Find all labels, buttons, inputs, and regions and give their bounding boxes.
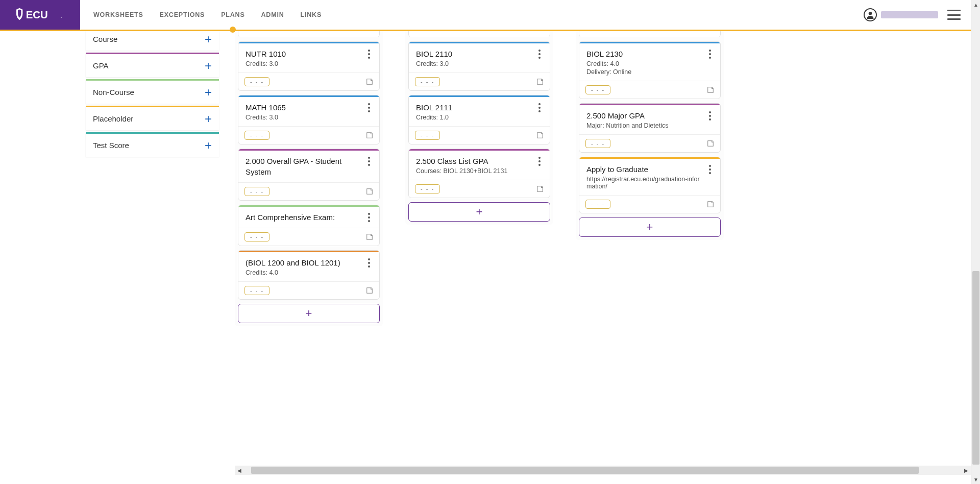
course-card[interactable]: BIOL 2110 Credits: 3.0 - - - xyxy=(408,41,550,91)
card-title: BIOL 2110 xyxy=(416,49,529,59)
nav-plans[interactable]: PLANS xyxy=(213,0,253,30)
status-pill[interactable]: - - - xyxy=(415,131,440,140)
card-subtitle: Credits: 1.0 xyxy=(416,114,529,121)
status-pill[interactable]: - - - xyxy=(585,200,610,209)
gpa-card[interactable]: 2.000 Overall GPA - Student System - - - xyxy=(238,149,380,201)
scroll-right-icon[interactable]: ▶ xyxy=(962,466,971,475)
card-subtitle: Major: Nutrition and Dietetics xyxy=(586,122,700,129)
note-icon[interactable] xyxy=(366,78,373,85)
hamburger-menu-icon[interactable] xyxy=(947,10,961,20)
card-title: Art Comprehensive Exam: xyxy=(246,212,359,223)
placeholder-card[interactable]: Apply to Graduate https://registrar.ecu.… xyxy=(579,157,721,213)
add-requirement-button[interactable]: + xyxy=(408,202,550,222)
note-icon[interactable] xyxy=(707,201,714,208)
note-icon[interactable] xyxy=(366,132,373,139)
card-title: MATH 1065 xyxy=(246,102,359,113)
sidebar-item-placeholder[interactable]: Placeholder + xyxy=(86,106,219,130)
term-column: BIOL 2110 Credits: 3.0 - - - BIOL 2111 xyxy=(405,31,553,326)
status-pill[interactable]: - - - xyxy=(415,77,440,86)
card-subtitle: Delivery: Online xyxy=(586,68,700,76)
nav-links[interactable]: LINKS xyxy=(292,0,330,30)
note-icon[interactable] xyxy=(536,78,544,85)
card-subtitle: https://registrar.ecu.edu/graduation-inf… xyxy=(586,176,700,190)
card-subtitle: Credits: 4.0 xyxy=(246,269,359,276)
course-card[interactable]: NUTR 1010 Credits: 3.0 - - - xyxy=(238,41,380,91)
vertical-scrollbar[interactable]: ▲ ▼ xyxy=(971,0,980,484)
term-column: BIOL 2130 Credits: 4.0 Delivery: Online … xyxy=(576,31,724,326)
card-title: 2.500 Major GPA xyxy=(586,110,700,121)
note-icon[interactable] xyxy=(366,188,373,195)
sidebar-label: Non-Course xyxy=(93,88,134,96)
nav-admin[interactable]: ADMIN xyxy=(253,0,292,30)
plus-icon: + xyxy=(205,112,212,126)
sidebar-item-gpa[interactable]: GPA + xyxy=(86,53,219,77)
note-icon[interactable] xyxy=(366,233,373,240)
status-pill[interactable]: - - - xyxy=(585,85,610,94)
card-title: 2.500 Class List GPA xyxy=(416,156,529,166)
sidebar-item-noncourse[interactable]: Non-Course + xyxy=(86,79,219,104)
sidebar-item-testscore[interactable]: Test Score + xyxy=(86,132,219,157)
svg-point-2 xyxy=(869,12,872,15)
sidebar-item-course[interactable]: Course + xyxy=(86,31,219,51)
note-icon[interactable] xyxy=(536,185,544,192)
card-cutoff xyxy=(238,31,380,37)
status-pill[interactable]: - - - xyxy=(244,131,270,140)
status-pill[interactable]: - - - xyxy=(244,187,270,196)
noncourse-card[interactable]: Art Comprehensive Exam: - - - xyxy=(238,205,380,246)
add-requirement-button[interactable]: + xyxy=(579,217,721,237)
course-card[interactable]: BIOL 2111 Credits: 1.0 - - - xyxy=(408,95,550,144)
note-icon[interactable] xyxy=(707,140,714,147)
kebab-menu-icon[interactable] xyxy=(364,101,374,114)
card-subtitle: Credits: 3.0 xyxy=(246,60,359,67)
kebab-menu-icon[interactable] xyxy=(364,47,374,61)
sidebar-label: Test Score xyxy=(93,141,129,150)
kebab-menu-icon[interactable] xyxy=(705,109,715,123)
scroll-up-icon[interactable]: ▲ xyxy=(971,0,980,9)
top-bar: ECU WORKSHEETS EXCEPTIONS PLANS ADMIN LI… xyxy=(0,0,980,30)
card-title: NUTR 1010 xyxy=(246,49,359,59)
sidebar-label: GPA xyxy=(93,61,109,70)
user-avatar-icon[interactable] xyxy=(864,8,877,21)
kebab-menu-icon[interactable] xyxy=(364,211,374,224)
nav-exceptions[interactable]: EXCEPTIONS xyxy=(152,0,213,30)
note-icon[interactable] xyxy=(536,132,544,139)
scroll-down-icon[interactable]: ▼ xyxy=(971,475,980,484)
kebab-menu-icon[interactable] xyxy=(364,155,374,168)
note-icon[interactable] xyxy=(707,86,714,93)
kebab-menu-icon[interactable] xyxy=(534,101,545,114)
kebab-menu-icon[interactable] xyxy=(705,163,715,176)
brand-logo[interactable]: ECU xyxy=(0,0,80,30)
choice-card[interactable]: (BIOL 1200 and BIOL 1201) Credits: 4.0 -… xyxy=(238,250,380,300)
add-requirement-button[interactable]: + xyxy=(238,304,380,323)
kebab-menu-icon[interactable] xyxy=(534,47,545,61)
nav-worksheets[interactable]: WORKSHEETS xyxy=(85,0,152,30)
status-pill[interactable]: - - - xyxy=(244,286,270,295)
status-pill[interactable]: - - - xyxy=(415,184,440,193)
course-card[interactable]: BIOL 2130 Credits: 4.0 Delivery: Online … xyxy=(579,41,721,99)
sidebar-label: Course xyxy=(93,35,117,43)
gpa-card[interactable]: 2.500 Class List GPA Courses: BIOL 2130+… xyxy=(408,149,550,198)
horizontal-scrollbar[interactable]: ◀ ▶ xyxy=(235,466,971,475)
plan-columns: NUTR 1010 Credits: 3.0 - - - MATH 1065 xyxy=(235,31,724,326)
status-pill[interactable]: - - - xyxy=(244,77,270,86)
card-title: BIOL 2111 xyxy=(416,102,529,113)
kebab-menu-icon[interactable] xyxy=(534,155,545,168)
requirement-type-sidebar: Course + GPA + Non-Course + Placeholder … xyxy=(86,31,219,159)
gpa-card[interactable]: 2.500 Major GPA Major: Nutrition and Die… xyxy=(579,103,721,153)
kebab-menu-icon[interactable] xyxy=(364,256,374,270)
scroll-left-icon[interactable]: ◀ xyxy=(235,466,244,475)
card-title: 2.000 Overall GPA - Student System xyxy=(246,156,359,177)
course-card[interactable]: MATH 1065 Credits: 3.0 - - - xyxy=(238,95,380,144)
note-icon[interactable] xyxy=(366,287,373,294)
card-subtitle: Credits: 4.0 xyxy=(586,60,700,67)
sidebar-label: Placeholder xyxy=(93,114,133,123)
user-name-redacted xyxy=(881,11,938,18)
main-nav: WORKSHEETS EXCEPTIONS PLANS ADMIN LINKS xyxy=(85,0,330,30)
term-column: NUTR 1010 Credits: 3.0 - - - MATH 1065 xyxy=(235,31,383,326)
status-pill[interactable]: - - - xyxy=(585,139,610,148)
status-pill[interactable]: - - - xyxy=(244,232,270,241)
kebab-menu-icon[interactable] xyxy=(705,47,715,61)
card-subtitle: Credits: 3.0 xyxy=(416,60,529,67)
card-title: (BIOL 1200 and BIOL 1201) xyxy=(246,257,359,268)
card-subtitle: Credits: 3.0 xyxy=(246,114,359,121)
